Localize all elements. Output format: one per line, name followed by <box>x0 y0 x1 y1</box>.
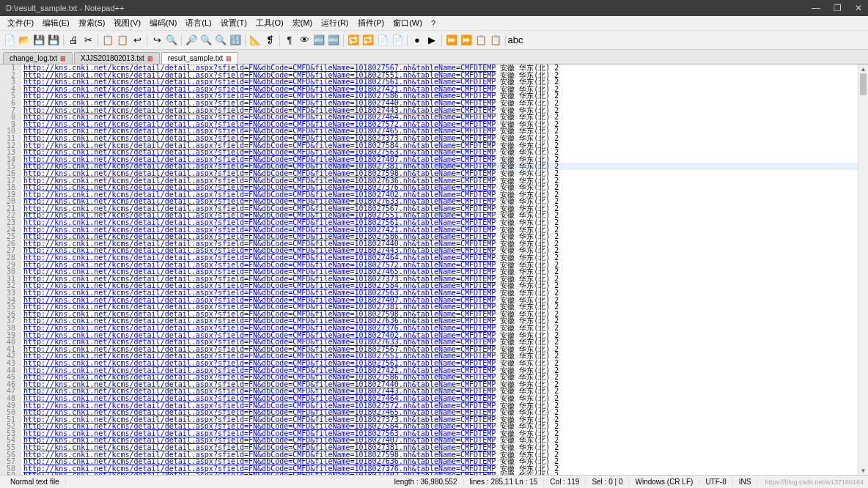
statusbar: Normal text file length : 36,980,552 lin… <box>0 475 868 488</box>
editor-area: 1234567891011121314151617181920212223242… <box>0 64 868 475</box>
scroll-thumb[interactable] <box>860 73 867 95</box>
close-button[interactable]: ✕ <box>855 3 862 13</box>
status-filetype: Normal text file <box>4 478 66 486</box>
toolbar-button[interactable]: 🔢 <box>229 34 242 47</box>
status-length: length : 36,980,552 <box>389 478 464 486</box>
toolbar-button[interactable]: 🔤 <box>327 34 340 47</box>
menu-item[interactable]: 设置(T) <box>216 16 251 30</box>
tab-close-icon[interactable]: ⊠ <box>60 55 66 62</box>
text-line[interactable]: http://kns.cnki.net/kcms/detail/detail.a… <box>23 472 858 475</box>
titlebar: D:\result_sample.txt - Notepad++ — ❐ ✕ <box>0 0 868 16</box>
menu-item[interactable]: 文件(F) <box>3 16 38 30</box>
menu-item[interactable]: 插件(P) <box>353 16 389 30</box>
status-eol: Windows (CR LF) <box>629 478 699 486</box>
tab-label: change_log.txt <box>10 54 57 62</box>
toolbar-button[interactable]: 🔎 <box>185 34 198 47</box>
menu-item[interactable]: ? <box>427 18 440 29</box>
toolbar-button[interactable]: ⏩ <box>460 34 473 47</box>
toolbar-button[interactable]: 🔍 <box>199 34 213 47</box>
menu-item[interactable]: 宏(M) <box>288 16 317 30</box>
url-link[interactable]: http://kns.cnki.net/kcms/detail/detail.a… <box>23 471 496 475</box>
scroll-up-arrow[interactable]: ▲ <box>858 64 868 73</box>
status-lines: lines : 285,11 Ln : 15 <box>464 478 545 486</box>
toolbar-button[interactable]: ❡ <box>263 34 276 47</box>
toolbar-button[interactable]: 📄 <box>3 34 16 47</box>
menubar: 文件(F)编辑(E)搜索(S)视图(V)编码(N)语言(L)设置(T)工具(O)… <box>0 16 868 31</box>
scroll-down-arrow[interactable]: ▼ <box>858 466 868 475</box>
toolbar-button[interactable]: 📋 <box>116 34 129 47</box>
toolbar-button[interactable]: 🔤 <box>312 34 326 47</box>
tab-label: XJJS201802013.txt <box>81 54 144 62</box>
status-sel: Sel : 0 | 0 <box>586 478 629 486</box>
maximize-button[interactable]: ❐ <box>834 3 842 13</box>
toolbar: 📄📂💾💾🖨✂📋📋↩↪🔍🔎🔍🔍🔢📐❡¶👁🔤🔤🔁🔁📄📄●▶⏩⏩📋📋abc <box>0 31 868 50</box>
line-number-gutter: 1234567891011121314151617181920212223242… <box>0 64 21 475</box>
toolbar-button[interactable]: 📄 <box>391 34 404 47</box>
vertical-scrollbar[interactable]: ▲ ▼ <box>858 64 868 475</box>
menu-item[interactable]: 编辑(E) <box>38 16 74 30</box>
toolbar-button[interactable]: ✂ <box>81 34 95 47</box>
toolbar-button[interactable]: 🔍 <box>214 34 227 47</box>
text-content[interactable]: http://kns.cnki.net/kcms/detail/detail.a… <box>21 64 858 475</box>
line-text: 安徽 华东(北) 2 <box>496 471 559 475</box>
toolbar-button[interactable]: 📋 <box>101 34 114 47</box>
status-col: Col : 119 <box>544 478 586 486</box>
toolbar-button[interactable]: ¶ <box>283 34 296 47</box>
toolbar-button[interactable]: 🔁 <box>347 34 360 47</box>
tabbar: change_log.txt⊠XJJS201802013.txt⊠result_… <box>0 50 868 64</box>
watermark: https://blog.csdn.net/w137160164 <box>757 478 864 486</box>
menu-item[interactable]: 工具(O) <box>251 16 288 30</box>
file-tab[interactable]: XJJS201802013.txt⊠ <box>74 52 160 64</box>
window-title: D:\result_sample.txt - Notepad++ <box>6 4 812 12</box>
toolbar-button[interactable]: 💾 <box>47 34 60 47</box>
tab-close-icon[interactable]: ⊠ <box>147 55 153 62</box>
menu-item[interactable]: 视图(V) <box>109 16 145 30</box>
toolbar-button[interactable]: ↩ <box>130 34 144 47</box>
toolbar-button[interactable]: 📂 <box>18 34 31 47</box>
window-controls: — ❐ ✕ <box>812 3 862 13</box>
toolbar-button[interactable]: 📋 <box>474 34 488 47</box>
line-number: 59 <box>0 472 15 475</box>
menu-item[interactable]: 运行(R) <box>317 16 353 30</box>
toolbar-button[interactable]: 📋 <box>489 34 502 47</box>
toolbar-button[interactable]: 💾 <box>32 34 45 47</box>
file-tab[interactable]: result_sample.txt⊠ <box>161 52 239 64</box>
minimize-button[interactable]: — <box>812 3 820 13</box>
status-ins: INS <box>733 478 758 486</box>
menu-item[interactable]: 窗口(W) <box>389 16 427 30</box>
file-tab[interactable]: change_log.txt⊠ <box>3 52 73 64</box>
menu-item[interactable]: 搜索(S) <box>74 16 110 30</box>
toolbar-button[interactable]: 🖨 <box>67 34 80 47</box>
menu-item[interactable]: 语言(L) <box>181 16 216 30</box>
toolbar-button[interactable]: 📄 <box>376 34 389 47</box>
toolbar-button[interactable]: 📐 <box>249 34 262 47</box>
tab-close-icon[interactable]: ⊠ <box>226 55 232 62</box>
toolbar-button[interactable]: 🔁 <box>361 34 375 47</box>
toolbar-button[interactable]: ▶ <box>425 34 438 47</box>
status-encoding: UTF-8 <box>699 478 732 486</box>
toolbar-button[interactable]: 👁 <box>298 34 311 47</box>
toolbar-button[interactable]: ↪ <box>150 34 163 47</box>
toolbar-button[interactable]: ● <box>411 34 424 47</box>
toolbar-button[interactable]: 🔍 <box>165 34 178 47</box>
toolbar-button[interactable]: abc <box>509 34 522 47</box>
tab-label: result_sample.txt <box>168 54 224 62</box>
menu-item[interactable]: 编码(N) <box>145 16 181 30</box>
toolbar-button[interactable]: ⏩ <box>445 34 458 47</box>
